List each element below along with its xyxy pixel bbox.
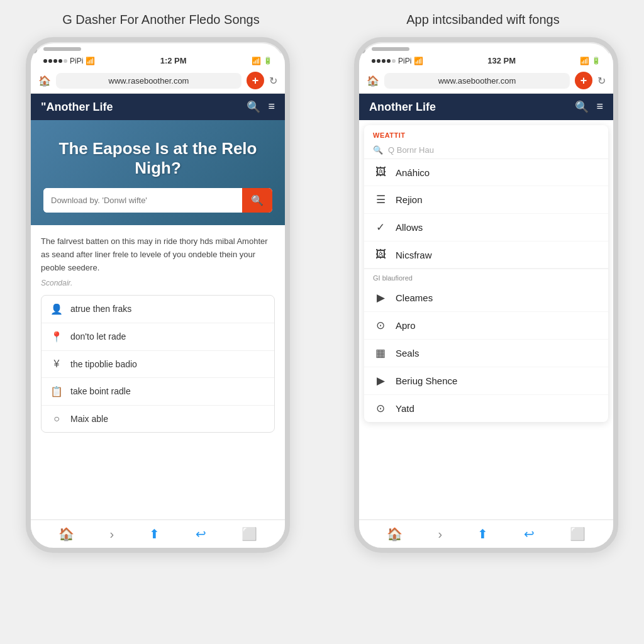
rdot3 [382,59,386,63]
left-phone-notch [31,42,285,53]
right-url-bar: 🏠 www.aseboother.com + ↻ [359,68,613,94]
menu-text-2: don'to let rade [70,331,126,341]
left-refresh-icon[interactable]: ↻ [269,75,277,87]
right-text-yatd: Yatd [396,403,414,414]
titles-row: G Dasher For Another Fledo Songs App int… [0,13,644,27]
right-dropdown-item-nicsfraw[interactable]: 🖼 Nicsfraw [364,242,608,269]
rdot4 [387,59,391,63]
menu-icon-2: 📍 [50,331,63,343]
right-dropdown-item-beriug[interactable]: ▶ Beriug Shence [364,367,608,395]
left-carrier: PiPi [70,57,83,65]
right-dropdown-search-icon: 🔍 [373,145,383,155]
right-icon-nicsfraw: 🖼 [373,248,388,261]
right-text-beriug: Beriug Shence [396,375,457,386]
right-bottom-nav: 🏠 › ⬆ ↩ ⬜ [359,519,613,548]
rdot2 [377,59,380,63]
menu-text-3: the tipoblie badio [70,359,137,369]
left-add-tab-button[interactable]: + [247,72,264,89]
page-container: G Dasher For Another Fledo Songs App int… [0,13,644,553]
right-dropdown-item-cleames[interactable]: ▶ Cleames [364,284,608,312]
left-forward-nav-item[interactable]: › [109,527,114,541]
left-status-right: 📶 🔋 [252,57,272,65]
right-dropdown-item-allows[interactable]: ✓ Allows [364,214,608,242]
menu-icon-3: ¥ [50,358,63,370]
right-refresh-icon[interactable]: ↻ [597,75,606,87]
left-menu-icon[interactable]: ≡ [268,100,275,114]
right-phone-content: WEATTIT 🔍 Q Bornr Hau 🖼 Anáhico ☰ Rejion [359,120,613,519]
right-dropdown-item-rejion[interactable]: ☰ Rejion [364,186,608,214]
menu-text-5: Maix able [70,414,108,424]
menu-item-1[interactable]: 👤 atrue then fraks [42,296,274,323]
right-text-anahico: Anáhico [396,167,430,178]
left-url-input[interactable]: www.raseboother.com [56,73,242,89]
right-icon-seals: ▦ [373,347,388,360]
left-body-text: The falrvest batten on this may in ride … [41,235,275,274]
right-nav-icons: 🔍 ≡ [575,100,603,114]
right-icon-rejion: ☰ [373,193,388,206]
phones-row: PiPi 📶 1:2 PM 📶 🔋 🏠 www.raseboother.com … [0,37,644,553]
right-page-title: App intcsibanded wift fongs [322,13,644,27]
right-dropdown-item-yatd[interactable]: ⊙ Yatd [364,395,608,422]
left-body: The falrvest batten on this may in ride … [31,225,285,442]
right-dropdown-search-text: Q Bornr Hau [388,145,434,155]
dot2 [48,59,52,63]
left-tabs-nav-item[interactable]: ⬜ [242,526,257,541]
left-hero-search-input[interactable] [43,188,242,213]
right-home-nav-item[interactable]: 🏠 [387,526,402,541]
left-battery-icon: 🔋 [264,57,272,65]
left-back-nav-item[interactable]: ↩ [196,526,206,541]
left-phone-content: The Eapose Is at the Relo Nigh? 🔍 The fa… [31,120,285,519]
menu-item-4[interactable]: 📋 take boint radle [42,378,274,406]
dot3 [53,59,57,63]
right-dropdown-panel: WEATTIT 🔍 Q Bornr Hau 🖼 Anáhico ☰ Rejion [364,125,608,422]
right-dropdown-item-seals[interactable]: ▦ Seals [364,340,608,367]
left-speaker [43,47,81,51]
left-url-bar: 🏠 www.raseboother.com + ↻ [31,68,285,94]
right-phone: PiPi 📶 132 PM 📶 🔋 🏠 www.aseboother.com +… [354,37,618,553]
right-back-nav-item[interactable]: ↩ [524,526,535,541]
right-forward-nav-item[interactable]: › [438,527,442,541]
menu-text-1: atrue then fraks [70,304,131,314]
left-time: 1:2 PM [160,56,187,65]
right-icon-anahico: 🖼 [373,166,388,179]
left-share-nav-item[interactable]: ⬆ [149,526,160,541]
right-tabs-nav-item[interactable]: ⬜ [570,526,586,541]
left-hero-title: The Eapose Is at the Relo Nigh? [43,139,272,178]
rdot5 [392,59,396,63]
left-phone: PiPi 📶 1:2 PM 📶 🔋 🏠 www.raseboother.com … [26,37,290,553]
right-menu-icon[interactable]: ≡ [596,100,603,114]
right-icon-beriug: ▶ [373,374,388,387]
right-icon-apro: ⊙ [373,319,388,332]
right-dropdown-search: 🔍 Q Bornr Hau [364,142,608,159]
right-dropdown-item-apro[interactable]: ⊙ Apro [364,312,608,340]
right-text-apro: Apro [396,320,416,331]
right-text-seals: Seals [396,348,419,358]
left-page-title: G Dasher For Another Fledo Songs [0,13,322,27]
left-body-secondary: Scondair. [41,279,275,287]
left-menu-list: 👤 atrue then fraks 📍 don'to let rade ¥ t… [41,295,275,433]
left-home-nav-item[interactable]: 🏠 [58,526,74,541]
dot5 [64,59,67,63]
menu-item-2[interactable]: 📍 don'to let rade [42,323,274,351]
right-text-nicsfraw: Nicsfraw [396,250,432,260]
right-add-tab-button[interactable]: + [575,72,592,89]
left-status-left: PiPi 📶 [43,57,95,65]
right-wifi2-icon: 📶 [580,57,589,65]
left-search-icon[interactable]: 🔍 [247,100,260,114]
right-share-nav-item[interactable]: ⬆ [477,526,488,541]
right-nav-header: Another Life 🔍 ≡ [359,94,613,120]
right-url-input[interactable]: www.aseboother.com [384,73,570,89]
left-wifi-icon: 📶 [86,57,95,65]
right-search-icon[interactable]: 🔍 [575,100,589,114]
left-wifi2-icon: 📶 [252,57,261,65]
menu-icon-5: ○ [50,413,63,425]
right-dropdown-item-anahico[interactable]: 🖼 Anáhico [364,159,608,186]
left-bottom-nav: 🏠 › ⬆ ↩ ⬜ [31,519,285,548]
menu-icon-4: 📋 [50,386,63,397]
dot1 [43,59,47,63]
menu-item-3[interactable]: ¥ the tipoblie badio [42,351,274,378]
left-nav-title: "Another Life [41,101,113,114]
right-icon-yatd: ⊙ [373,402,388,415]
menu-item-5[interactable]: ○ Maix able [42,406,274,432]
left-hero-search-button[interactable]: 🔍 [242,188,272,213]
